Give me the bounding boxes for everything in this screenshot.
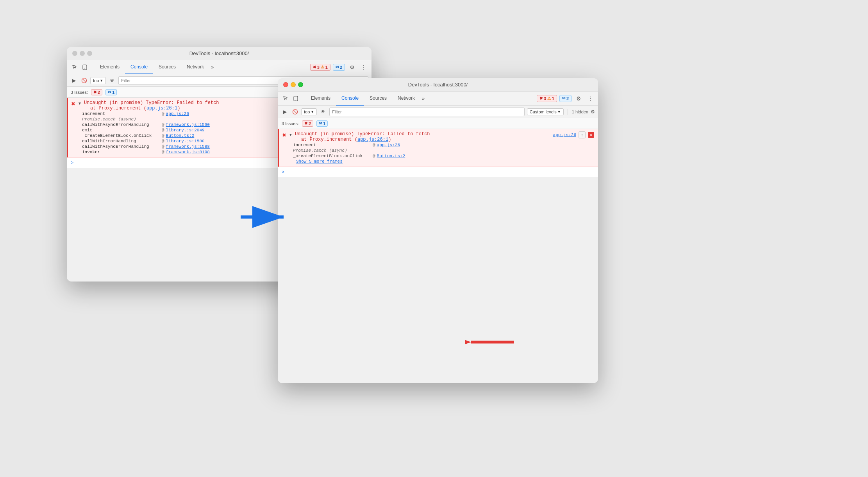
device-icon-2[interactable] [291, 94, 300, 103]
sep-1 [92, 63, 92, 71]
tab-console-1[interactable]: Console [125, 60, 153, 74]
devtools-window-2: DevTools - localhost:3000/ Elements Cons… [278, 78, 598, 383]
expand-arrow-2[interactable]: ▼ [289, 133, 293, 137]
blue-arrow [239, 203, 289, 232]
stack-line-1-2: Promise.catch (async) [282, 148, 594, 153]
prompt-arrow-2: > [282, 169, 284, 175]
stack-line-0-2: increment @ app.js:26 [282, 142, 594, 148]
error-icon-1: ✖ [71, 101, 75, 107]
error-header-2: ✖ ▼ Uncaught (in promise) TypeError: Fai… [282, 131, 594, 142]
entry-right-2: app.js:26 ↑ ✕ [553, 131, 594, 138]
run-btn-2[interactable]: ▶ [281, 108, 289, 116]
run-btn-1[interactable]: ▶ [70, 77, 78, 84]
tab-network-1[interactable]: Network [181, 60, 209, 74]
tl-green-inactive [87, 51, 92, 56]
show-more-btn[interactable]: Show 5 more frames [296, 159, 343, 164]
window-title-1: DevTools - localhost:3000/ [189, 50, 249, 56]
stack-link-3-1[interactable]: library.js:2049 [166, 128, 205, 133]
tab-elements-2[interactable]: Elements [305, 91, 336, 106]
tl-green-2[interactable] [298, 82, 303, 87]
more-tabs-2[interactable]: » [420, 95, 426, 101]
eye-btn-1[interactable]: 👁 [108, 77, 116, 84]
show-more-line: Show 5 more frames [282, 159, 594, 164]
gear-icon-2[interactable]: ⚙ [591, 109, 595, 115]
tl-red-inactive [72, 51, 77, 56]
titlebar-1: DevTools - localhost:3000/ [67, 47, 371, 60]
stack-link-7-1[interactable]: framework.js:8198 [166, 150, 210, 154]
error-badge-2[interactable]: ✖ 3 ⚠ 1 [537, 95, 557, 102]
eye-btn-2[interactable]: 👁 [319, 108, 327, 116]
sep-2 [303, 95, 303, 102]
tab-sources-2[interactable]: Sources [364, 91, 392, 106]
svg-point-5 [295, 100, 296, 100]
error-badge-1[interactable]: ✖ 3 ⚠ 1 [310, 64, 330, 71]
info-badge-1[interactable]: ✉ 2 [333, 64, 345, 71]
stack-link-2-2[interactable]: Button.ts:2 [377, 154, 405, 158]
sep-3 [568, 109, 568, 115]
error-icon-2: ✖ [282, 132, 286, 138]
tab-network-2[interactable]: Network [392, 91, 420, 106]
issues-info-count-1[interactable]: ✉ 1 [105, 89, 117, 95]
traffic-lights-1 [72, 51, 92, 56]
red-arrow [465, 330, 516, 355]
expand-arrow-1[interactable]: ▼ [78, 101, 82, 106]
error-link-main-2[interactable]: app.js:26:1 [357, 137, 388, 142]
error-file-link-2[interactable]: app.js:26 [553, 133, 576, 137]
inspect-icon-1[interactable] [70, 63, 79, 72]
more-tabs-1[interactable]: » [209, 64, 215, 70]
devtools-toolbar-1: Elements Console Sources Network » ✖ 3 ⚠ [67, 60, 371, 74]
tl-red-2[interactable] [283, 82, 288, 87]
titlebar-2: DevTools - localhost:3000/ [278, 78, 598, 91]
issues-info-count-2[interactable]: ✉ 1 [316, 120, 328, 127]
error-entry-2: ✖ ▼ Uncaught (in promise) TypeError: Fai… [278, 129, 598, 167]
close-btn-2[interactable]: ✕ [588, 132, 594, 138]
tab-bar-2: Elements Console Sources Network » [305, 91, 536, 106]
issues-bar-2: 3 Issues: ✖ 2 ✉ 1 [278, 118, 598, 129]
stack-link-0-2[interactable]: app.js:26 [377, 143, 400, 147]
svg-point-1 [84, 68, 85, 69]
tl-yellow-inactive [80, 51, 85, 56]
console-body-2: ✖ ▼ Uncaught (in promise) TypeError: Fai… [278, 129, 598, 177]
hidden-label: 1 hidden [572, 109, 588, 114]
toolbar-right-2: ✖ 3 ⚠ 1 ✉ 2 ⚙ ⋮ [537, 94, 595, 103]
inspect-icon-2[interactable] [281, 94, 290, 103]
prompt-arrow-1: > [71, 160, 73, 165]
devtools-toolbar-2: Elements Console Sources Network » ✖ 3 ⚠ [278, 91, 598, 106]
stack-line-2-2: _createElementBlock.onClick @ Button.ts:… [282, 153, 594, 159]
toolbar-right-1: ✖ 3 ⚠ 1 ✉ 2 ⚙ ⋮ [310, 63, 368, 72]
more-icon-1[interactable]: ⋮ [359, 63, 368, 72]
stack-link-6-1[interactable]: framework.js:1588 [166, 144, 210, 149]
tl-yellow-2[interactable] [291, 82, 296, 87]
tab-sources-1[interactable]: Sources [153, 60, 181, 74]
tab-console-2[interactable]: Console [336, 91, 364, 106]
block-btn-1[interactable]: 🚫 [80, 77, 88, 84]
console-toolbar-2: ▶ 🚫 top ▼ 👁 Custom levels ▼ 1 hidden ⚙ [278, 106, 598, 118]
stack-link-0-1[interactable]: app.js:26 [166, 111, 189, 116]
issues-error-count-2[interactable]: ✖ 2 [302, 120, 313, 127]
console-prompt-2[interactable]: > [278, 167, 598, 177]
issues-error-count-1[interactable]: ✖ 2 [91, 89, 102, 95]
stack-link-5-1[interactable]: library.js:1580 [166, 139, 205, 143]
tab-bar-1: Elements Console Sources Network » [95, 60, 309, 74]
top-select-2[interactable]: top ▼ [301, 108, 317, 115]
nav-icon-2[interactable]: ↑ [579, 131, 586, 138]
settings-icon-2[interactable]: ⚙ [574, 94, 583, 103]
more-icon-2[interactable]: ⋮ [586, 94, 595, 103]
tab-elements-1[interactable]: Elements [95, 60, 125, 74]
error-link-main-1[interactable]: app.js:26:1 [146, 106, 177, 111]
filter-input-2[interactable] [329, 108, 525, 116]
custom-levels-btn[interactable]: Custom levels ▼ [527, 108, 564, 115]
device-icon-1[interactable] [80, 63, 89, 72]
block-btn-2[interactable]: 🚫 [291, 108, 299, 116]
error-message-1: Uncaught (in promise) TypeError: Failed … [84, 100, 219, 111]
traffic-lights-2 [283, 82, 303, 87]
settings-icon-1[interactable]: ⚙ [347, 63, 357, 72]
stack-link-2-1[interactable]: framework.js:1590 [166, 122, 210, 127]
stack-link-4-1[interactable]: Button.ts:2 [166, 133, 195, 138]
error-message-2: Uncaught (in promise) TypeError: Failed … [295, 131, 551, 142]
top-select-1[interactable]: top ▼ [90, 77, 106, 84]
info-badge-2[interactable]: ✉ 2 [559, 95, 572, 102]
window-title-2: DevTools - localhost:3000/ [408, 82, 468, 88]
